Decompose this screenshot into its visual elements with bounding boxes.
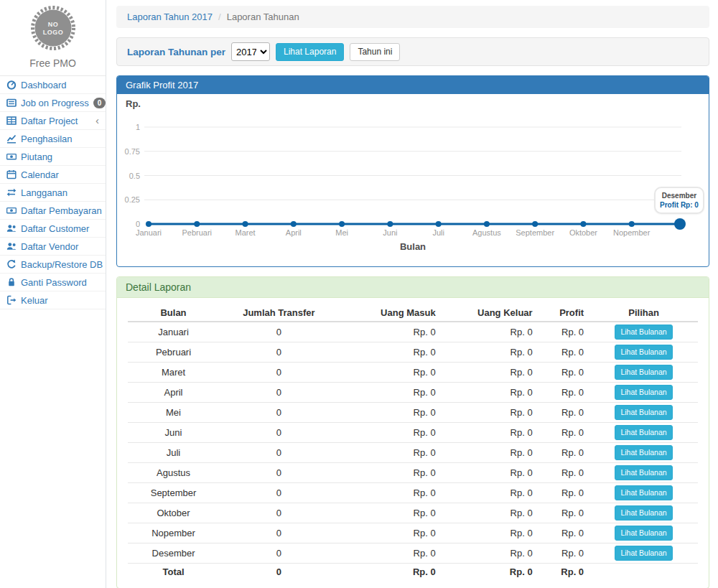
sidebar-item-dashboard[interactable]: Dashboard — [0, 76, 106, 94]
sidebar-item-label: Ganti Password — [21, 277, 87, 288]
chart-point-pebruari[interactable] — [194, 221, 200, 227]
lihat-bulanan-button[interactable]: Lihat Bulanan — [615, 465, 672, 480]
sidebar-item-daftar-vendor[interactable]: Daftar Vendor — [0, 238, 106, 256]
chart-point-desember[interactable] — [674, 218, 686, 230]
cell-profit: Rp. 0 — [538, 322, 589, 342]
cell-bulan: Total — [128, 564, 219, 581]
cell-profit: Rp. 0 — [538, 423, 589, 443]
chart-point-april[interactable] — [291, 221, 297, 227]
chart-point-nopember[interactable] — [629, 221, 635, 227]
cell-jumlah-transfer: 0 — [219, 463, 339, 483]
x-tick-label: Pebruari — [182, 228, 212, 237]
cell-pilihan: Lihat Bulanan — [589, 523, 698, 543]
lihat-bulanan-button[interactable]: Lihat Bulanan — [615, 345, 672, 360]
x-tick-label: Maret — [235, 228, 255, 237]
cell-profit: Rp. 0 — [538, 403, 589, 423]
cell-uang-masuk: Rp. 0 — [339, 322, 442, 342]
cell-jumlah-transfer: 0 — [219, 543, 339, 564]
table-row: Desember0Rp. 0Rp. 0Rp. 0Lihat Bulanan — [128, 543, 698, 564]
sidebar-item-ganti-password[interactable]: Ganti Password — [0, 274, 106, 291]
sidebar-item-job-on-progress[interactable]: Job on Progress0 — [0, 94, 106, 112]
cell-bulan: Oktober — [128, 503, 219, 523]
cell-pilihan: Lihat Bulanan — [589, 383, 698, 403]
report-toolbar: Laporan Tahunan per 2017 Lihat Laporan T… — [116, 37, 709, 66]
table-row: Oktober0Rp. 0Rp. 0Rp. 0Lihat Bulanan — [128, 503, 698, 523]
chart-point-september[interactable] — [532, 221, 538, 227]
sidebar-item-label: Keluar — [21, 295, 48, 306]
cell-uang-masuk: Rp. 0 — [339, 503, 442, 523]
cell-bulan: September — [128, 483, 219, 503]
cell-jumlah-transfer: 0 — [219, 523, 339, 543]
sidebar-item-label: Backup/Restore DB — [21, 259, 103, 270]
x-axis-title: Bulan — [400, 241, 426, 252]
cell-uang-masuk: Rp. 0 — [339, 403, 442, 423]
x-tick-label: September — [516, 228, 554, 237]
sidebar-item-backup-restore-db[interactable]: Backup/Restore DB — [0, 256, 106, 274]
sidebar-item-calendar[interactable]: Calendar — [0, 166, 106, 184]
table-row: April0Rp. 0Rp. 0Rp. 0Lihat Bulanan — [128, 383, 698, 403]
sidebar-item-langganan[interactable]: Langganan — [0, 184, 106, 202]
lihat-bulanan-button[interactable]: Lihat Bulanan — [615, 505, 672, 521]
cell-jumlah-transfer: 0 — [219, 363, 339, 383]
users-icon — [6, 223, 17, 233]
profit-line-chart[interactable]: 00.250.50.751Rp.BulanJanuariPebruariMare… — [117, 94, 709, 266]
lihat-bulanan-button[interactable]: Lihat Bulanan — [615, 405, 672, 420]
chart-point-mei[interactable] — [339, 221, 345, 227]
column-header-profit: Profit — [538, 304, 589, 322]
chart-point-maret[interactable] — [243, 221, 248, 227]
cell-pilihan: Lihat Bulanan — [589, 483, 698, 503]
lihat-laporan-button[interactable]: Lihat Laporan — [276, 43, 344, 61]
x-tick-label: April — [286, 228, 302, 237]
lihat-bulanan-button[interactable]: Lihat Bulanan — [615, 546, 672, 561]
breadcrumb-parent-link[interactable]: Laporan Tahun 2017 — [127, 11, 213, 22]
cell-bulan: Juli — [128, 443, 219, 463]
sidebar-item-piutang[interactable]: Piutang — [0, 148, 106, 166]
cell-profit: Rp. 0 — [538, 443, 589, 463]
sidebar-item-label: Penghasilan — [21, 134, 73, 144]
chart-point-juli[interactable] — [436, 221, 442, 227]
cell-uang-keluar: Rp. 0 — [442, 523, 538, 543]
sidebar-item-label: Job on Progress — [21, 98, 89, 108]
lihat-bulanan-button[interactable]: Lihat Bulanan — [615, 425, 672, 440]
sidebar-item-keluar[interactable]: Keluar — [0, 291, 106, 309]
y-tick-label: 0.5 — [129, 172, 140, 180]
lihat-bulanan-button[interactable]: Lihat Bulanan — [615, 485, 672, 500]
lihat-bulanan-button[interactable]: Lihat Bulanan — [615, 445, 672, 460]
sidebar-item-label: Daftar Project — [21, 116, 78, 126]
cell-profit: Rp. 0 — [538, 483, 589, 503]
chart-point-januari[interactable] — [146, 221, 151, 227]
chart-point-agustus[interactable] — [484, 221, 490, 227]
y-axis-title: Rp. — [126, 98, 141, 109]
year-select[interactable]: 2017 — [231, 42, 270, 61]
sidebar-item-penghasilan[interactable]: Penghasilan — [0, 130, 106, 148]
cell-pilihan: Lihat Bulanan — [589, 363, 698, 383]
brand-logo-link[interactable]: NO LOGO Free PMO — [0, 0, 106, 76]
cell-bulan: Pebruari — [128, 342, 219, 363]
table-row: Agustus0Rp. 0Rp. 0Rp. 0Lihat Bulanan — [128, 463, 698, 483]
cell-uang-masuk: Rp. 0 — [339, 564, 442, 581]
column-header-uang-keluar: Uang Keluar — [442, 304, 538, 322]
lihat-bulanan-button[interactable]: Lihat Bulanan — [615, 325, 672, 340]
chart-point-oktober[interactable] — [580, 221, 586, 227]
tahun-ini-button[interactable]: Tahun ini — [350, 43, 400, 61]
chart-point-juni[interactable] — [387, 221, 393, 227]
lock-icon — [6, 277, 17, 287]
cell-uang-keluar: Rp. 0 — [442, 363, 538, 383]
cell-uang-keluar: Rp. 0 — [442, 443, 538, 463]
lihat-bulanan-button[interactable]: Lihat Bulanan — [615, 385, 672, 400]
sidebar-item-label: Calendar — [21, 169, 59, 180]
lihat-bulanan-button[interactable]: Lihat Bulanan — [615, 365, 672, 380]
calendar-icon — [6, 169, 17, 179]
cell-profit: Rp. 0 — [538, 543, 589, 564]
detail-report-panel: Detail Laporan BulanJumlah TransferUang … — [116, 276, 709, 588]
cell-bulan: Januari — [128, 322, 219, 342]
sidebar-item-daftar-pembayaran[interactable]: Daftar Pembayaran — [0, 202, 106, 220]
dashboard-icon — [6, 80, 17, 90]
cell-jumlah-transfer: 0 — [219, 383, 339, 403]
cell-jumlah-transfer: 0 — [219, 483, 339, 503]
sidebar-item-daftar-customer[interactable]: Daftar Customer — [0, 220, 106, 238]
table-icon — [6, 116, 17, 126]
sidebar-item-daftar-project[interactable]: Daftar Project‹ — [0, 112, 106, 130]
x-tick-label: Mei — [335, 228, 348, 237]
lihat-bulanan-button[interactable]: Lihat Bulanan — [615, 526, 672, 541]
